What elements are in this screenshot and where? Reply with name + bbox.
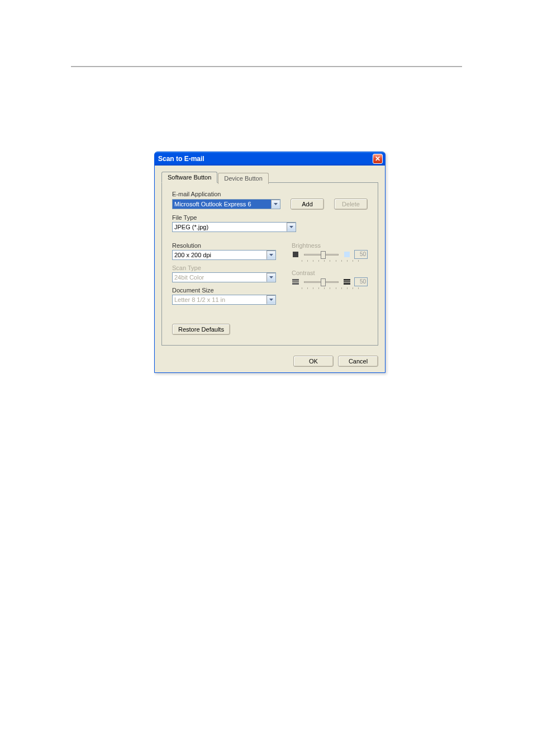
tab-strip: Software Button Device Button [161, 172, 378, 183]
tab-panel: E-mail Application Microsoft Outlook Exp… [161, 182, 378, 346]
contrast-low-icon [292, 278, 299, 286]
label-scan-type: Scan Type [172, 264, 276, 271]
slider-ticks [292, 259, 368, 262]
scan-to-email-dialog: Scan to E-mail ✕ Software Button Device … [154, 152, 386, 373]
contrast-high-icon [343, 278, 351, 286]
delete-button: Delete [334, 199, 368, 210]
document-size-select[interactable]: Letter 8 1/2 x 11 in [172, 295, 276, 305]
dropdown-icon [266, 273, 275, 282]
close-icon: ✕ [375, 155, 380, 162]
label-email-application: E-mail Application [172, 191, 368, 197]
label-file-type: File Type [172, 214, 368, 221]
dropdown-icon [271, 200, 280, 209]
tab-device-button[interactable]: Device Button [218, 173, 268, 184]
label-document-size: Document Size [172, 287, 276, 294]
titlebar[interactable]: Scan to E-mail ✕ [155, 152, 385, 166]
svg-marker-2 [269, 254, 273, 256]
dropdown-icon [266, 251, 275, 259]
restore-defaults-button[interactable]: Restore Defaults [172, 324, 230, 335]
dialog-footer: OK Cancel [155, 351, 385, 372]
file-type-select[interactable]: JPEG (*.jpg) [172, 222, 296, 232]
scan-type-select[interactable]: 24bit Color [172, 272, 276, 282]
label-brightness: Brightness [292, 242, 368, 249]
document-size-value: Letter 8 1/2 x 11 in [173, 295, 266, 304]
svg-marker-4 [269, 299, 273, 301]
brightness-light-icon [343, 251, 351, 258]
svg-marker-1 [289, 226, 293, 228]
label-resolution: Resolution [172, 242, 276, 249]
brightness-slider[interactable] [304, 254, 339, 256]
slider-thumb[interactable] [321, 278, 326, 286]
add-button[interactable]: Add [291, 199, 324, 210]
slider-thumb[interactable] [321, 251, 326, 259]
brightness-dark-icon [292, 251, 299, 258]
resolution-select[interactable]: 200 x 200 dpi [172, 250, 276, 260]
contrast-slider[interactable] [304, 281, 339, 283]
resolution-value: 200 x 200 dpi [173, 251, 266, 259]
dropdown-icon [266, 295, 275, 304]
email-application-select[interactable]: Microsoft Outlook Express 6 [172, 199, 280, 209]
cancel-button[interactable]: Cancel [338, 356, 378, 367]
page-divider [71, 66, 462, 67]
window-title: Scan to E-mail [158, 155, 204, 163]
dropdown-icon [287, 223, 296, 231]
tab-software-button[interactable]: Software Button [161, 172, 217, 183]
slider-ticks [292, 286, 368, 289]
ok-button[interactable]: OK [293, 356, 334, 367]
label-contrast: Contrast [292, 270, 368, 276]
svg-marker-3 [269, 276, 273, 278]
brightness-value: 50 [354, 250, 368, 259]
file-type-value: JPEG (*.jpg) [173, 223, 287, 231]
scan-type-value: 24bit Color [173, 273, 266, 282]
email-application-value: Microsoft Outlook Express 6 [173, 200, 271, 209]
close-button[interactable]: ✕ [373, 154, 383, 164]
contrast-value: 50 [354, 277, 368, 286]
svg-marker-0 [274, 203, 278, 205]
